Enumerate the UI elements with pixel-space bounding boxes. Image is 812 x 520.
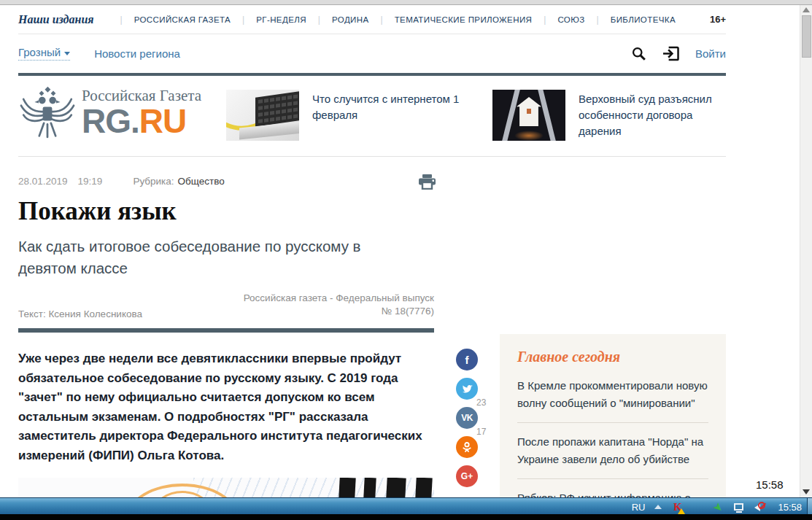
scrollbar-thumb[interactable] xyxy=(802,15,811,58)
sidebar-title: Главное сегодня xyxy=(517,349,708,365)
taskbar-clock[interactable]: 15:58 xyxy=(778,502,802,513)
article-title: Покажи язык xyxy=(18,197,434,226)
region-bar: Грозный Новости региона Войти xyxy=(18,42,726,65)
antivirus-tray-icon[interactable]: K xyxy=(671,501,684,513)
facebook-icon: f xyxy=(465,354,469,366)
nav-item-rodina[interactable]: РОДИНА xyxy=(332,15,369,24)
photo-piano-key xyxy=(386,478,406,498)
site-logo[interactable]: Российская Газета RG.RU xyxy=(82,87,201,137)
region-news-link[interactable]: Новости региона xyxy=(94,47,180,60)
windows-taskbar[interactable]: RU K ➤ 15:58 xyxy=(0,497,812,520)
logo-ru: RU xyxy=(139,102,186,140)
search-button[interactable] xyxy=(631,46,646,61)
nav-separator: | xyxy=(544,15,546,25)
article-photo xyxy=(18,478,434,498)
show-hidden-icons-button[interactable] xyxy=(654,505,662,509)
search-icon xyxy=(631,46,646,61)
nav-separator: | xyxy=(381,15,383,25)
clock-tooltip: 15:58 xyxy=(756,478,784,491)
header-teaser-internet[interactable]: Что случится с интернетом 1 февраля xyxy=(226,90,467,141)
rubric-link[interactable]: Общество xyxy=(178,176,225,187)
nav-item-rossiyskaya-gazeta[interactable]: РОССИЙСКАЯ ГАЗЕТА xyxy=(134,15,231,24)
kaspersky-icon: K xyxy=(673,501,682,513)
ok-share-count: 17 xyxy=(476,427,486,437)
scrollbar-up-arrow[interactable] xyxy=(803,7,810,12)
nav-item-rg-nedelya[interactable]: РГ-НЕДЕЛЯ xyxy=(256,15,306,24)
logo-rg: RG xyxy=(82,102,131,140)
article-lead-paragraph: Уже через две недели все девятиклассники… xyxy=(18,349,440,465)
nav-separator: | xyxy=(242,15,244,25)
nav-brand-our-editions[interactable]: Наши издания xyxy=(18,13,94,26)
sidebar-news-item[interactable]: В Кремле прокомментировали новую волну с… xyxy=(517,377,708,412)
login-link[interactable]: Войти xyxy=(695,47,726,60)
source-issue-number: № 18(7776) xyxy=(244,305,434,318)
share-vk-button[interactable]: VK 23 xyxy=(456,407,478,429)
sidebar-divider xyxy=(517,478,708,479)
nav-item-soyuz[interactable]: СОЮЗ xyxy=(557,15,584,24)
teaser-title: Верховный суд разъяснил особенности дого… xyxy=(579,90,726,141)
twitter-icon xyxy=(461,383,473,395)
lead-divider-rule xyxy=(18,328,434,333)
logo-dot: . xyxy=(131,102,139,140)
nav-separator: | xyxy=(318,15,320,25)
region-selector-label: Грозный xyxy=(18,46,61,58)
network-tray-icon[interactable] xyxy=(732,501,745,513)
article-time: 19:19 xyxy=(78,176,103,187)
header-bottom-rule xyxy=(18,156,726,157)
vk-share-count: 23 xyxy=(476,397,486,408)
printer-icon xyxy=(418,174,436,190)
share-buttons: f VK 23 17 G+ xyxy=(456,349,488,494)
article-meta: 28.01.2019 19:19 Рубрика: Общество xyxy=(18,176,434,187)
rubric-label: Рубрика: xyxy=(133,176,174,187)
source-edition: Российская газета - Федеральный выпуск xyxy=(244,292,434,305)
article-subtitle: Как сдать итоговое собеседование по русс… xyxy=(18,236,416,279)
header-top-rule xyxy=(18,73,726,76)
nav-item-bibliotechka[interactable]: БИБЛИОТЕЧКА xyxy=(611,15,676,24)
article-source: Российская газета - Федеральный выпуск №… xyxy=(244,292,434,318)
photo-piano-key xyxy=(415,478,432,498)
chevron-down-icon xyxy=(64,52,70,55)
share-googleplus-button[interactable]: G+ xyxy=(456,465,478,487)
teaser-thumbnail-house xyxy=(492,90,565,141)
age-rating-badge: 16+ xyxy=(710,14,726,25)
share-odnoklassniki-button[interactable]: 17 xyxy=(456,436,478,458)
green-arrow-icon: ➤ xyxy=(710,499,727,516)
taskbar-bottom-edge xyxy=(0,514,812,520)
teaser-title: Что случится с интернетом 1 февраля xyxy=(312,90,467,141)
odnoklassniki-icon xyxy=(461,441,473,453)
nav-divider xyxy=(18,34,726,34)
photo-piano-key xyxy=(363,478,376,498)
safely-remove-hardware-icon[interactable]: ➤ xyxy=(712,501,724,513)
sidebar-news-item[interactable]: После пропажи капитана "Норда" на Украин… xyxy=(517,433,708,468)
region-selector[interactable]: Грозный xyxy=(18,46,70,61)
page-scrollbar[interactable] xyxy=(800,5,812,497)
show-desktop-button[interactable] xyxy=(807,498,812,515)
vk-icon: VK xyxy=(461,413,473,423)
login-icon xyxy=(662,46,679,61)
language-indicator[interactable]: RU xyxy=(632,502,646,513)
windows-update-tray-icon[interactable] xyxy=(692,501,704,513)
article-byline: Российская газета - Федеральный выпуск №… xyxy=(18,292,434,319)
volume-muted-tray-icon[interactable] xyxy=(753,501,765,513)
nav-separator: | xyxy=(597,15,599,25)
teaser-thumbnail-laptop xyxy=(226,90,299,141)
article-date: 28.01.2019 xyxy=(18,176,68,187)
network-monitor-icon xyxy=(734,503,743,511)
login-button[interactable] xyxy=(662,46,679,61)
main-today-sidebar: Главное сегодня В Кремле прокомментирова… xyxy=(500,334,726,500)
nav-separator: | xyxy=(120,15,123,25)
share-facebook-button[interactable]: f xyxy=(456,349,478,370)
print-button[interactable] xyxy=(418,174,436,193)
site-logo-eagle[interactable] xyxy=(18,85,77,146)
photo-piano-key xyxy=(339,478,355,498)
sidebar-divider xyxy=(517,422,708,423)
share-twitter-button[interactable] xyxy=(456,378,478,400)
site-logo-rgru: RG.RU xyxy=(82,105,201,137)
header-teaser-court[interactable]: Верховный суд разъяснил особенности дого… xyxy=(492,90,726,141)
editions-nav: Наши издания | РОССИЙСКАЯ ГАЗЕТА | РГ-НЕ… xyxy=(18,6,726,33)
nav-item-thematic-supplements[interactable]: ТЕМАТИЧЕСКИЕ ПРИЛОЖЕНИЯ xyxy=(395,15,533,24)
scrollbar-down-arrow[interactable] xyxy=(803,489,810,494)
system-tray: RU K ➤ 15:58 xyxy=(632,499,802,515)
article-author: Текст: Ксения Колесникова xyxy=(18,308,142,319)
browser-window-edge xyxy=(0,0,812,5)
